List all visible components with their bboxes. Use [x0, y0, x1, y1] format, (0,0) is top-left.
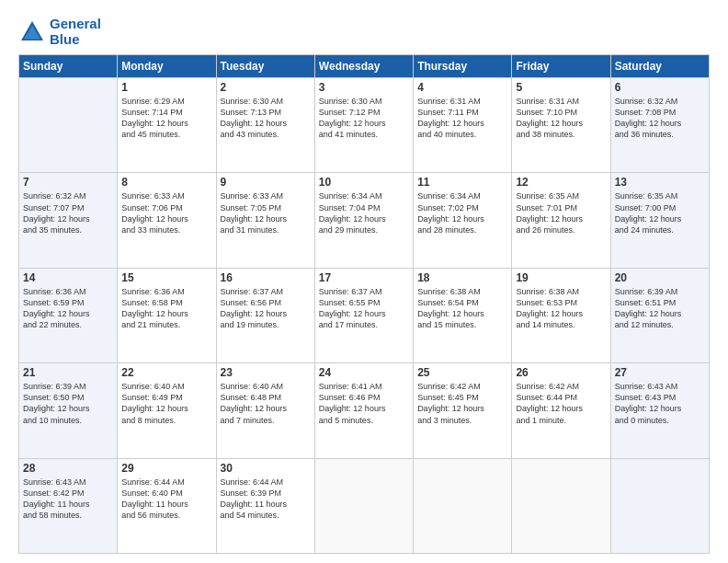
weekday-header-tuesday: Tuesday	[216, 55, 314, 78]
calendar-cell: 7Sunrise: 6:32 AM Sunset: 7:07 PM Daylig…	[19, 173, 118, 268]
calendar-week-5: 28Sunrise: 6:43 AM Sunset: 6:42 PM Dayli…	[19, 458, 710, 553]
calendar-cell: 28Sunrise: 6:43 AM Sunset: 6:42 PM Dayli…	[19, 458, 118, 553]
day-info: Sunrise: 6:35 AM Sunset: 7:00 PM Dayligh…	[615, 190, 705, 236]
calendar-cell: 9Sunrise: 6:33 AM Sunset: 7:05 PM Daylig…	[216, 173, 314, 268]
calendar-cell: 19Sunrise: 6:38 AM Sunset: 6:53 PM Dayli…	[512, 268, 610, 362]
calendar-cell: 15Sunrise: 6:36 AM Sunset: 6:58 PM Dayli…	[118, 268, 216, 362]
calendar-cell: 12Sunrise: 6:35 AM Sunset: 7:01 PM Dayli…	[512, 173, 610, 268]
day-info: Sunrise: 6:34 AM Sunset: 7:02 PM Dayligh…	[417, 190, 507, 236]
day-info: Sunrise: 6:37 AM Sunset: 6:55 PM Dayligh…	[319, 286, 409, 331]
calendar-cell	[314, 458, 413, 553]
day-info: Sunrise: 6:33 AM Sunset: 7:06 PM Dayligh…	[121, 190, 211, 236]
day-info: Sunrise: 6:40 AM Sunset: 6:49 PM Dayligh…	[121, 381, 211, 426]
day-info: Sunrise: 6:31 AM Sunset: 7:11 PM Dayligh…	[417, 96, 507, 141]
day-number: 14	[23, 271, 113, 284]
calendar-cell	[414, 458, 512, 553]
day-info: Sunrise: 6:38 AM Sunset: 6:54 PM Dayligh…	[417, 286, 507, 331]
day-number: 29	[121, 462, 211, 475]
day-number: 19	[516, 271, 606, 284]
calendar-cell: 13Sunrise: 6:35 AM Sunset: 7:00 PM Dayli…	[610, 173, 709, 268]
day-info: Sunrise: 6:30 AM Sunset: 7:12 PM Dayligh…	[319, 96, 409, 141]
day-number: 27	[615, 366, 705, 379]
calendar-cell: 4Sunrise: 6:31 AM Sunset: 7:11 PM Daylig…	[414, 78, 512, 173]
day-number: 17	[319, 271, 409, 284]
logo-icon	[18, 18, 46, 46]
day-info: Sunrise: 6:29 AM Sunset: 7:14 PM Dayligh…	[121, 96, 211, 141]
day-info: Sunrise: 6:34 AM Sunset: 7:04 PM Dayligh…	[319, 190, 409, 236]
calendar-week-1: 1Sunrise: 6:29 AM Sunset: 7:14 PM Daylig…	[19, 78, 710, 173]
logo-text: General Blue	[50, 17, 101, 47]
calendar-cell: 8Sunrise: 6:33 AM Sunset: 7:06 PM Daylig…	[118, 173, 216, 268]
day-number: 1	[121, 81, 211, 94]
day-number: 12	[516, 176, 606, 189]
day-info: Sunrise: 6:36 AM Sunset: 6:59 PM Dayligh…	[23, 286, 113, 331]
weekday-header-monday: Monday	[118, 55, 216, 78]
day-number: 18	[417, 271, 507, 284]
day-info: Sunrise: 6:44 AM Sunset: 6:40 PM Dayligh…	[121, 477, 211, 522]
day-info: Sunrise: 6:33 AM Sunset: 7:05 PM Dayligh…	[221, 190, 311, 236]
calendar-cell: 16Sunrise: 6:37 AM Sunset: 6:56 PM Dayli…	[216, 268, 314, 362]
day-info: Sunrise: 6:36 AM Sunset: 6:58 PM Dayligh…	[121, 286, 211, 331]
day-info: Sunrise: 6:39 AM Sunset: 6:50 PM Dayligh…	[23, 381, 113, 426]
calendar-header-row: SundayMondayTuesdayWednesdayThursdayFrid…	[19, 55, 710, 78]
day-info: Sunrise: 6:38 AM Sunset: 6:53 PM Dayligh…	[516, 286, 606, 331]
weekday-header-saturday: Saturday	[610, 55, 709, 78]
calendar-cell	[512, 458, 610, 553]
day-number: 4	[417, 81, 507, 94]
calendar-cell: 27Sunrise: 6:43 AM Sunset: 6:43 PM Dayli…	[610, 363, 709, 458]
calendar-cell: 29Sunrise: 6:44 AM Sunset: 6:40 PM Dayli…	[118, 458, 216, 553]
logo: General Blue	[18, 17, 101, 47]
calendar-cell: 11Sunrise: 6:34 AM Sunset: 7:02 PM Dayli…	[414, 173, 512, 268]
day-number: 28	[23, 462, 113, 475]
day-number: 16	[221, 271, 311, 284]
day-number: 13	[615, 176, 705, 189]
calendar-cell: 26Sunrise: 6:42 AM Sunset: 6:44 PM Dayli…	[512, 363, 610, 458]
calendar-cell: 22Sunrise: 6:40 AM Sunset: 6:49 PM Dayli…	[118, 363, 216, 458]
day-info: Sunrise: 6:30 AM Sunset: 7:13 PM Dayligh…	[221, 96, 311, 141]
day-number: 11	[417, 176, 507, 189]
calendar-cell: 17Sunrise: 6:37 AM Sunset: 6:55 PM Dayli…	[314, 268, 413, 362]
day-number: 8	[121, 176, 211, 189]
day-number: 6	[615, 81, 705, 94]
weekday-header-friday: Friday	[512, 55, 610, 78]
day-number: 7	[23, 176, 113, 189]
calendar-cell: 10Sunrise: 6:34 AM Sunset: 7:04 PM Dayli…	[314, 173, 413, 268]
calendar-week-3: 14Sunrise: 6:36 AM Sunset: 6:59 PM Dayli…	[19, 268, 710, 362]
day-number: 26	[516, 366, 606, 379]
day-number: 23	[221, 366, 311, 379]
calendar-cell	[19, 78, 118, 173]
calendar-cell: 18Sunrise: 6:38 AM Sunset: 6:54 PM Dayli…	[414, 268, 512, 362]
day-info: Sunrise: 6:42 AM Sunset: 6:45 PM Dayligh…	[417, 381, 507, 426]
day-info: Sunrise: 6:43 AM Sunset: 6:43 PM Dayligh…	[615, 381, 705, 426]
day-info: Sunrise: 6:42 AM Sunset: 6:44 PM Dayligh…	[516, 381, 606, 426]
calendar-cell: 14Sunrise: 6:36 AM Sunset: 6:59 PM Dayli…	[19, 268, 118, 362]
calendar-cell: 3Sunrise: 6:30 AM Sunset: 7:12 PM Daylig…	[314, 78, 413, 173]
day-number: 30	[221, 462, 311, 475]
day-number: 3	[319, 81, 409, 94]
day-number: 22	[121, 366, 211, 379]
calendar-week-2: 7Sunrise: 6:32 AM Sunset: 7:07 PM Daylig…	[19, 173, 710, 268]
day-info: Sunrise: 6:37 AM Sunset: 6:56 PM Dayligh…	[221, 286, 311, 331]
calendar-cell: 5Sunrise: 6:31 AM Sunset: 7:10 PM Daylig…	[512, 78, 610, 173]
day-info: Sunrise: 6:41 AM Sunset: 6:46 PM Dayligh…	[319, 381, 409, 426]
calendar-cell	[610, 458, 709, 553]
calendar-week-4: 21Sunrise: 6:39 AM Sunset: 6:50 PM Dayli…	[19, 363, 710, 458]
day-number: 21	[23, 366, 113, 379]
day-number: 15	[121, 271, 211, 284]
day-number: 5	[516, 81, 606, 94]
day-info: Sunrise: 6:32 AM Sunset: 7:08 PM Dayligh…	[615, 96, 705, 141]
calendar: SundayMondayTuesdayWednesdayThursdayFrid…	[18, 54, 710, 554]
day-number: 2	[221, 81, 311, 94]
weekday-header-sunday: Sunday	[19, 55, 118, 78]
calendar-cell: 6Sunrise: 6:32 AM Sunset: 7:08 PM Daylig…	[610, 78, 709, 173]
weekday-header-wednesday: Wednesday	[314, 55, 413, 78]
day-info: Sunrise: 6:35 AM Sunset: 7:01 PM Dayligh…	[516, 190, 606, 236]
calendar-cell: 23Sunrise: 6:40 AM Sunset: 6:48 PM Dayli…	[216, 363, 314, 458]
weekday-header-thursday: Thursday	[414, 55, 512, 78]
day-info: Sunrise: 6:43 AM Sunset: 6:42 PM Dayligh…	[23, 477, 113, 522]
day-number: 20	[615, 271, 705, 284]
day-number: 24	[319, 366, 409, 379]
page: General Blue SundayMondayTuesdayWednesda…	[0, 0, 728, 563]
day-info: Sunrise: 6:31 AM Sunset: 7:10 PM Dayligh…	[516, 96, 606, 141]
day-number: 9	[221, 176, 311, 189]
